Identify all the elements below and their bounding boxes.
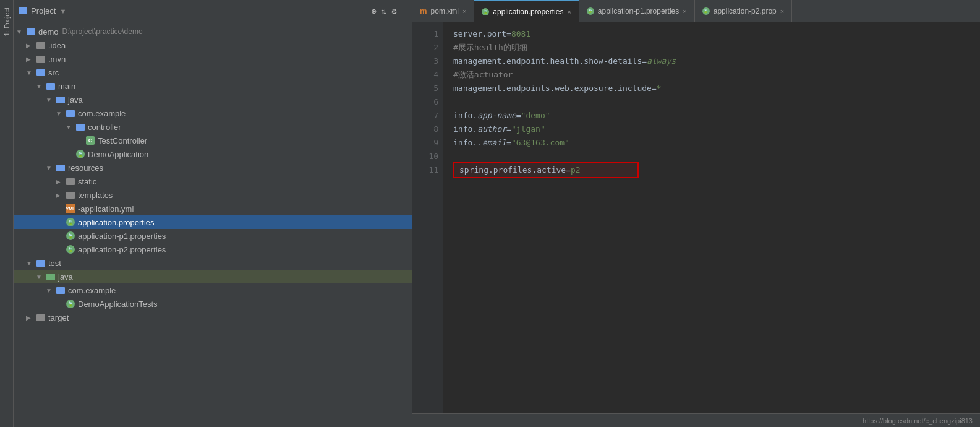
code-line-5: management.endpoints.web.exposure.includ… [453,82,980,95]
tab-app-p2[interactable]: 🍃 application-p2.prop × [695,0,793,22]
tab-pom-close[interactable]: × [462,7,466,15]
line-numbers: 1 2 3 4 5 6 7 8 9 10 11 [412,22,443,413]
testcontroller-icon: C [85,136,95,145]
arrow-static [56,178,66,185]
code-line-1-key: server.port [453,27,506,41]
split-icon[interactable]: ⇅ [381,6,386,16]
tab-app-p1-close[interactable]: × [683,7,686,15]
minimize-icon[interactable]: — [402,6,407,16]
tab-app-p1[interactable]: 🍃 application-p1.properties × [579,0,695,22]
code-line-7-key: info. [453,109,477,123]
code-line-8-key: info. [453,123,477,136]
static-label: static [78,177,96,186]
arrow-src [26,69,36,76]
tree-item-app-p2[interactable]: 🍃 application-p2.properties [14,243,412,256]
tree-item-test-com-example[interactable]: com.example [14,283,412,297]
tree-item-mvn[interactable]: .mvn [14,52,412,66]
code-line-4: #激活actuator [453,68,980,82]
status-bar: https://blog.csdn.net/c_chengzipi813 [412,413,980,427]
tab-pom[interactable]: m pom.xml × [412,0,474,22]
test-java-folder-icon [46,272,56,282]
tree-item-resources[interactable]: resources [14,161,412,175]
mvn-folder-icon [36,54,46,64]
code-line-1: server.port=8081 [453,27,980,41]
code-line-3-val: always [647,54,676,68]
demoapplicationtests-icon: 🍃 [66,299,75,309]
tree-item-main[interactable]: main [14,79,412,93]
app-props-icon: 🍃 [66,217,75,227]
code-line-7-val: "demo" [521,109,550,123]
code-line-9: info..email="63@163.com" [453,136,980,150]
tree-item-src[interactable]: src [14,66,412,79]
test-folder-icon [36,258,46,268]
test-com-example-label: com.example [68,286,116,295]
code-line-11: spring.profiles.active=p2 [453,163,980,177]
arrow-java [46,97,56,103]
tree-item-app-props[interactable]: 🍃 application.properties [14,215,412,229]
tree-item-test-java[interactable]: java [14,270,412,283]
arrow-test [26,260,36,267]
tree-item-app-yml[interactable]: YML -application.yml [14,202,412,215]
src-label: src [48,68,59,77]
test-label: test [48,259,61,268]
globe-icon[interactable]: ⊕ [371,6,376,16]
tree-item-demoapplicationtests[interactable]: 🍃 DemoApplicationTests [14,297,412,311]
line-num-10: 10 [412,150,438,163]
project-tab-label[interactable]: 1: Project [3,2,11,41]
app-p2-tab-icon: 🍃 [702,7,710,15]
sidebar-actions: ⊕ ⇅ ⚙ — [371,6,407,16]
app-yml-label: -application.yml [78,204,134,214]
tree-item-demoapplication[interactable]: 🍃 DemoApplication [14,147,412,161]
tree-item-com-example[interactable]: com.example [14,106,412,120]
demo-path: D:\project\practice\demo [62,27,143,36]
demoapplicationtests-label: DemoApplicationTests [78,300,158,309]
line-num-1: 1 [412,27,438,41]
tree-item-app-p1[interactable]: 🍃 application-p1.properties [14,229,412,243]
line-num-7: 7 [412,109,438,123]
tree-item-static[interactable]: static [14,175,412,188]
tree-item-templates[interactable]: templates [14,188,412,202]
tree-item-controller[interactable]: controller [14,120,412,134]
project-tab[interactable]: 1: Project [0,0,14,427]
main-folder-icon [46,81,56,91]
sidebar-header: Project ▼ ⊕ ⇅ ⚙ — [14,0,412,22]
tab-app-p1-label: application-p1.properties [598,7,679,15]
demoapplication-icon: 🍃 [75,149,85,159]
tree-item-java[interactable]: java [14,93,412,106]
arrow-resources [46,165,56,171]
settings-icon[interactable]: ⚙ [391,6,396,16]
tree-item-testcontroller[interactable]: C TestController [14,134,412,147]
code-line-8-val: "jlgan" [511,123,545,136]
tree-item-target[interactable]: target [14,311,412,324]
code-editor[interactable]: 1 2 3 4 5 6 7 8 9 10 11 server.port=8081… [412,22,980,413]
tab-app-p2-close[interactable]: × [780,7,784,15]
tab-app-props-close[interactable]: × [567,8,571,15]
tab-app-props[interactable]: 🍃 application.properties × [474,0,579,22]
code-line-3-key: management.endpoint.health.show-details [453,54,642,68]
dropdown-arrow[interactable]: ▼ [59,7,66,15]
line-num-3: 3 [412,54,438,68]
idea-label: .idea [48,41,66,50]
arrow-demo [16,28,26,35]
app-p2-icon: 🍃 [66,244,75,254]
code-line-9-key: info.. [453,136,482,150]
app-props-tab-icon: 🍃 [482,8,489,15]
code-content[interactable]: server.port=8081 #展示health的明细 management… [443,22,980,413]
idea-folder-icon [36,40,46,50]
testcontroller-label: TestController [98,136,147,145]
tree-item-demo[interactable]: demo D:\project\practice\demo [14,25,412,38]
tree-item-test[interactable]: test [14,256,412,270]
app-props-label: application.properties [78,218,155,227]
tree-item-idea[interactable]: .idea [14,38,412,52]
file-tree-panel: Project ▼ ⊕ ⇅ ⚙ — demo D:\project\practi… [14,0,412,427]
target-label: target [48,313,69,322]
file-tree: demo D:\project\practice\demo .idea .mvn… [14,22,412,427]
arrow-mvn [26,56,36,63]
target-folder-icon [36,313,46,322]
tab-pom-label: pom.xml [431,7,459,15]
com-example-folder-icon [66,108,75,118]
demo-folder-icon [26,27,36,37]
arrow-test-java [36,274,46,280]
resources-label: resources [68,163,103,173]
line-num-4: 4 [412,68,438,82]
